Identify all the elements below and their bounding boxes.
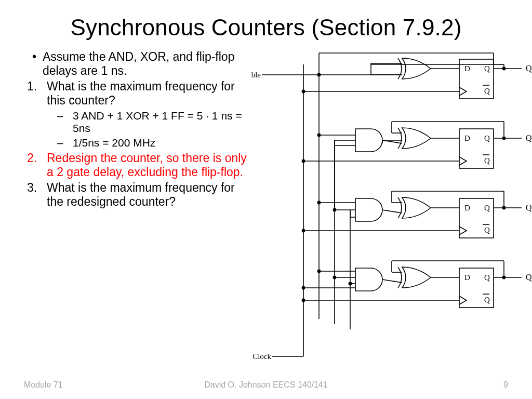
- q3-text: What is the maximum frequency for the re…: [47, 181, 235, 208]
- svg-point-30: [317, 134, 320, 136]
- svg-text:Q: Q: [484, 296, 490, 304]
- bullet-intro: Assume the AND, XOR, and flip-flop delay…: [25, 50, 248, 78]
- slide-body: Assume the AND, XOR, and flip-flop delay…: [25, 50, 507, 210]
- question-1: 1. What is the maximum frequency for thi…: [25, 79, 248, 108]
- q1-sub-a: 3 AND + 1 XOR + 1 FF = 5 · 1 ns = 5ns: [25, 110, 248, 136]
- svg-point-53: [317, 201, 320, 204]
- svg-line-83: [382, 280, 402, 283]
- svg-text:Q: Q: [526, 273, 532, 282]
- svg-point-82: [302, 286, 304, 289]
- footer-center: David O. Johnson EECS 140/141: [0, 380, 532, 390]
- slide-title: Synchronous Counters (Section 7.9.2): [25, 15, 507, 41]
- slide-footer: Module 71 David O. Johnson EECS 140/141 …: [0, 380, 532, 390]
- svg-text:D: D: [464, 204, 470, 212]
- xor-gate-1: [398, 128, 431, 149]
- question-2: 2. Redesign the counter, so there is onl…: [25, 151, 248, 179]
- svg-point-94: [302, 299, 304, 301]
- svg-text:Q: Q: [484, 156, 490, 165]
- svg-point-76: [317, 270, 320, 272]
- question-3: 3. What is the maximum frequency for the…: [25, 181, 248, 209]
- q1-text: What is the maximum frequency for this c…: [47, 79, 235, 107]
- xor-gate-2: [398, 197, 431, 218]
- q1-marker: 1.: [27, 79, 37, 94]
- and-gate-2: [355, 198, 382, 221]
- svg-point-45: [302, 159, 304, 162]
- q3-marker: 3.: [27, 181, 37, 195]
- slide: Synchronous Counters (Section 7.9.2) Ass…: [0, 0, 532, 399]
- circuit-diagram: Enable Clock: [251, 44, 532, 366]
- q2-text: Redesign the counter, so there is only a…: [47, 151, 247, 179]
- flip-flop-0: D Q Q: [459, 59, 494, 99]
- xor-gate-3: [398, 267, 431, 288]
- svg-text:Q: Q: [484, 204, 490, 212]
- diagram-column: Enable Clock: [248, 50, 507, 210]
- content-column: Assume the AND, XOR, and flip-flop delay…: [25, 50, 248, 210]
- svg-text:Q: Q: [526, 203, 532, 212]
- flip-flop-3: D Q Q: [459, 268, 494, 308]
- svg-text:Q: Q: [484, 64, 490, 73]
- svg-text:D: D: [464, 273, 470, 282]
- svg-point-78: [333, 276, 336, 278]
- svg-text:Q: Q: [526, 64, 532, 73]
- svg-text:Q: Q: [484, 226, 490, 234]
- svg-point-68: [302, 229, 304, 232]
- svg-text:D: D: [464, 134, 470, 142]
- svg-text:Q: Q: [484, 273, 490, 282]
- svg-point-80: [349, 282, 351, 285]
- and-gate-3: [355, 268, 382, 291]
- svg-text:Q: Q: [484, 134, 490, 142]
- svg-line-38: [382, 140, 402, 143]
- xor-gate-0: [398, 58, 431, 79]
- svg-line-57: [382, 210, 402, 213]
- clock-label: Clock: [252, 352, 271, 361]
- and-gate-1: [355, 129, 382, 152]
- svg-text:D: D: [464, 64, 470, 73]
- q2-marker: 2.: [27, 151, 37, 165]
- enable-label: Enable: [251, 71, 261, 79]
- flip-flop-1: D Q Q: [459, 129, 494, 168]
- svg-point-55: [333, 208, 336, 211]
- svg-point-19: [302, 90, 304, 92]
- svg-text:Q: Q: [484, 87, 490, 95]
- flip-flop-2: D Q Q: [459, 198, 494, 238]
- q1-sub-b: 1/5ns = 200 MHz: [25, 137, 248, 150]
- svg-text:Q: Q: [526, 134, 532, 142]
